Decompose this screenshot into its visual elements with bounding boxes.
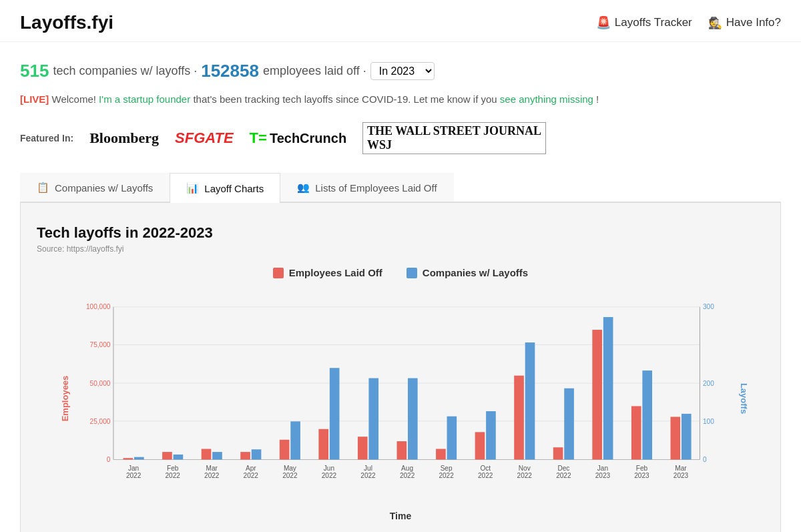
bar-companies-14	[682, 414, 692, 460]
bar-companies-13	[642, 370, 652, 459]
bar-companies-11	[564, 388, 574, 460]
alarm-icon: 🚨	[596, 15, 611, 30]
svg-text:2022: 2022	[322, 472, 337, 479]
bar-employees-7	[397, 441, 407, 459]
bar-companies-1	[174, 455, 184, 460]
svg-text:2022: 2022	[556, 472, 571, 479]
bar-companies-5	[330, 368, 340, 459]
svg-text:Apr: Apr	[246, 465, 256, 472]
svg-text:Feb: Feb	[167, 465, 179, 472]
svg-text:Aug: Aug	[401, 465, 413, 472]
bar-employees-10	[514, 376, 524, 460]
svg-text:200: 200	[703, 380, 714, 387]
sfgate-logo: SFGATE	[175, 129, 234, 147]
svg-text:2023: 2023	[674, 472, 689, 479]
bar-companies-4	[290, 421, 300, 459]
employees-count: 152858	[201, 61, 259, 81]
bar-employees-2	[202, 449, 212, 459]
svg-text:2022: 2022	[126, 472, 142, 479]
svg-text:2022: 2022	[244, 472, 259, 479]
svg-text:Jun: Jun	[324, 465, 334, 472]
svg-text:2022: 2022	[517, 472, 533, 479]
chart-title: Tech layoffs in 2022-2023	[37, 224, 764, 242]
svg-text:100: 100	[703, 418, 714, 425]
bar-companies-9	[486, 411, 496, 459]
tab-bar: 📋 Companies w/ Layoffs 📊 Layoff Charts 👥…	[20, 173, 781, 203]
bar-employees-4	[280, 440, 290, 460]
chart-panel: Tech layoffs in 2022-2023 Source: https:…	[20, 203, 781, 532]
chart-legend: Employees Laid Off Companies w/ Layoffs	[37, 267, 764, 278]
page-header: Layoffs.fyi 🚨 Layoffs Tracker 🕵️ Have In…	[0, 0, 801, 42]
tab-employees-list[interactable]: 👥 Lists of Employees Laid Off	[280, 173, 453, 202]
svg-text:2022: 2022	[400, 472, 415, 479]
year-select[interactable]: In 2023 In 2022 All Time	[370, 62, 435, 80]
bar-chart: 0 0 25,000 100 50,000 200 75,000 100,000…	[77, 292, 724, 505]
wsj-logo: THE WALL STREET JOURNALWSJ	[362, 122, 546, 154]
svg-text:2023: 2023	[595, 472, 611, 479]
main-content: 515 tech companies w/ layoffs · 152858 e…	[0, 42, 801, 532]
bar-companies-12	[603, 317, 613, 459]
svg-text:Jan: Jan	[597, 465, 608, 472]
svg-text:2022: 2022	[360, 472, 376, 479]
bar-employees-14	[670, 417, 680, 459]
bar-employees-1	[162, 452, 172, 459]
svg-text:75,000: 75,000	[90, 341, 111, 348]
legend-employees: Employees Laid Off	[273, 267, 382, 278]
svg-text:Sep: Sep	[441, 465, 453, 472]
table-icon: 📋	[37, 182, 49, 194]
bar-companies-6	[368, 378, 378, 460]
bar-employees-3	[240, 452, 250, 459]
svg-text:Oct: Oct	[480, 465, 491, 472]
techcrunch-logo: T= TechCrunch	[250, 129, 347, 147]
bar-employees-9	[475, 432, 485, 459]
bar-companies-10	[525, 342, 535, 459]
svg-text:Mar: Mar	[206, 465, 218, 472]
tab-companies-layoffs[interactable]: 📋 Companies w/ Layoffs	[20, 173, 170, 202]
welcome-message: [LIVE] Welcome! I'm a startup founder th…	[20, 93, 781, 105]
bar-companies-7	[408, 378, 418, 460]
detective-icon: 🕵️	[708, 16, 722, 30]
bar-companies-3	[252, 449, 262, 459]
legend-color-employees	[273, 268, 284, 278]
svg-text:2023: 2023	[634, 472, 649, 479]
svg-text:2022: 2022	[165, 472, 180, 479]
bar-employees-5	[318, 429, 328, 460]
svg-text:Feb: Feb	[636, 465, 648, 472]
svg-text:25,000: 25,000	[90, 418, 111, 425]
y-axis-right-label: Layoffs	[738, 383, 748, 414]
svg-text:300: 300	[703, 303, 714, 310]
x-axis-label: Time	[37, 511, 764, 521]
founder-link[interactable]: I'm a startup founder	[99, 93, 190, 105]
svg-text:2022: 2022	[282, 472, 298, 479]
svg-text:2022: 2022	[478, 472, 493, 479]
svg-text:0: 0	[703, 456, 707, 463]
site-logo: Layoffs.fyi	[20, 12, 113, 33]
tc-symbol: T=	[250, 129, 267, 147]
svg-text:Mar: Mar	[675, 465, 687, 472]
featured-section: Featured In: Bloomberg SFGATE T= TechCru…	[20, 122, 781, 154]
y-axis-left-label: Employees	[60, 376, 70, 422]
layoffs-tracker-link[interactable]: 🚨 Layoffs Tracker	[596, 15, 692, 30]
svg-text:2022: 2022	[439, 472, 454, 479]
svg-text:2022: 2022	[204, 472, 220, 479]
have-info-link[interactable]: 🕵️ Have Info?	[708, 16, 781, 30]
chart-icon: 📊	[186, 182, 199, 194]
tab-layoff-charts[interactable]: 📊 Layoff Charts	[170, 173, 280, 203]
header-navigation: 🚨 Layoffs Tracker 🕵️ Have Info?	[596, 15, 781, 30]
chart-source: Source: https://layoffs.fyi	[37, 244, 764, 254]
bar-employees-0	[123, 458, 134, 459]
legend-color-companies	[407, 268, 417, 278]
stats-line: 515 tech companies w/ layoffs · 152858 e…	[20, 61, 781, 81]
svg-text:May: May	[284, 465, 296, 472]
bar-employees-6	[358, 437, 368, 459]
bar-employees-13	[631, 406, 641, 459]
missing-info-link[interactable]: see anything missing	[500, 93, 593, 105]
bar-companies-8	[447, 417, 457, 460]
bloomberg-logo: Bloomberg	[89, 129, 159, 147]
bar-employees-8	[436, 449, 446, 459]
legend-companies: Companies w/ Layoffs	[407, 267, 528, 278]
svg-text:100,000: 100,000	[86, 303, 111, 310]
svg-text:Jan: Jan	[128, 465, 139, 472]
companies-count: 515	[20, 61, 49, 81]
chart-wrapper: Employees Layoffs 0 0 25,000 100 50,000	[37, 292, 764, 505]
